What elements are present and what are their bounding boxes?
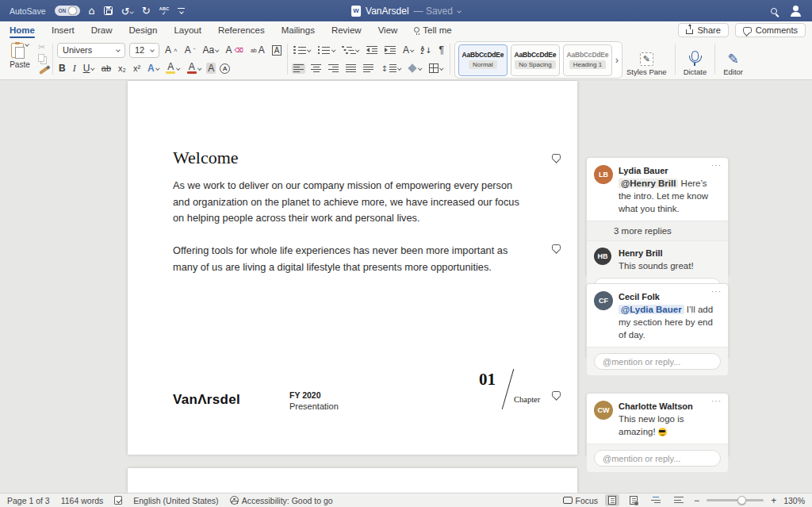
align-left-button[interactable] [292,63,305,74]
enclose-character-button[interactable]: A [220,63,230,74]
shrink-font-button[interactable]: Aˇ [183,44,197,56]
document-paragraph[interactable]: Offering tools for whole life experience… [173,243,527,275]
comment-anchor-icon[interactable] [552,391,561,398]
share-button[interactable]: Share [678,23,728,37]
save-icon[interactable] [104,6,113,15]
document-page-2[interactable] [128,468,577,493]
asian-layout-button[interactable]: A [401,44,416,56]
tab-review[interactable]: Review [331,21,362,38]
document-title-menu[interactable]: W VanArsdel — Saved [351,0,461,21]
distribute-button[interactable] [362,63,375,74]
card-menu-icon[interactable]: ··· [711,397,722,405]
character-shading-button[interactable]: A [206,63,216,74]
clear-formatting-button[interactable]: A⌫ [224,44,245,56]
font-name-combo[interactable]: Univers [57,43,125,58]
home-icon[interactable]: ⌂ [89,6,95,16]
more-replies[interactable]: 3 more replies [587,221,728,241]
tell-me[interactable]: Tell me [414,25,451,35]
focus-mode-button[interactable]: Focus [563,496,599,505]
format-painter-icon[interactable] [39,67,48,75]
style-heading-1[interactable]: AaBbCcDdEe Heading 1 [563,44,612,76]
editor-button[interactable]: ✎ Editor [719,41,747,77]
style-normal[interactable]: AaBbCcDdEe Normal [458,44,508,76]
document-page-1[interactable]: Welcome As we work to deliver on our com… [128,81,577,455]
comments-button[interactable]: Comments [735,23,806,37]
web-layout-view-button[interactable] [626,494,641,506]
comment-anchor-icon[interactable] [552,154,561,160]
tab-references[interactable]: References [218,21,265,38]
document-heading[interactable]: Welcome [173,148,239,168]
font-color-button[interactable]: A [186,62,203,75]
tab-layout[interactable]: Layout [174,21,201,38]
paste-button[interactable]: Paste [5,41,35,69]
italic-button[interactable]: I [71,62,78,75]
print-layout-view-button[interactable] [605,494,619,506]
autosave-toggle[interactable]: ON [55,6,80,16]
align-right-button[interactable] [327,63,340,74]
cut-icon[interactable]: ✂ [38,43,48,52]
style-no-spacing[interactable]: AaBbCcDdEe No Spacing [511,44,560,76]
zoom-slider[interactable] [707,499,764,501]
borders-button[interactable] [427,63,445,74]
multilevel-list-button[interactable] [340,45,361,56]
tab-insert[interactable]: Insert [52,21,75,38]
dictate-button[interactable]: Dictate [680,41,711,77]
redo-icon[interactable]: ↻ [142,6,151,16]
card-menu-icon[interactable]: ··· [711,161,722,170]
word-count[interactable]: 1164 words [61,496,104,505]
increase-indent-button[interactable] [383,45,397,56]
change-case-button[interactable]: Aa [201,44,220,56]
tab-view[interactable]: View [378,21,398,38]
toolbar-overflow-icon[interactable] [178,8,185,13]
tab-design[interactable]: Design [129,21,158,38]
tab-draw[interactable]: Draw [91,21,113,38]
draft-view-button[interactable] [671,495,687,505]
comment-card[interactable]: LB ··· Lydia Bauer @Henry Brill Here’s t… [586,157,729,276]
show-marks-button[interactable]: ¶ [437,44,445,56]
undo-button[interactable]: ↺ [121,4,133,18]
align-center-button[interactable] [309,63,323,74]
account-icon[interactable] [791,6,801,17]
underline-button[interactable]: U [82,62,96,75]
proofing-status-icon[interactable] [114,496,122,505]
styles-pane-button[interactable]: ✎ Styles Pane [622,41,671,77]
comment-card[interactable]: CF ··· Cecil Folk @Lydia Bauer I’ll add … [586,283,729,358]
reply-input[interactable] [594,353,721,370]
outline-view-button[interactable] [648,495,664,505]
copy-icon[interactable] [38,54,44,62]
language-selector[interactable]: English (United States) [133,496,218,505]
comment-anchor-icon[interactable] [552,244,561,251]
font-size-combo[interactable]: 12 [129,43,159,58]
bold-button[interactable]: B [57,62,67,75]
shading-button[interactable] [406,64,423,72]
phonetic-guide-button[interactable]: abA [249,44,266,56]
sort-button[interactable]: AZ↓ [419,45,433,56]
superscript-button[interactable]: x² [132,63,142,74]
line-spacing-button[interactable]: ↕ [379,63,402,74]
zoom-slider-knob[interactable] [737,496,746,505]
reply-input[interactable] [594,450,721,467]
zoom-out-button[interactable]: − [694,495,699,506]
spelling-check-icon[interactable]: ABC ✓ [159,6,170,16]
justify-button[interactable] [344,63,358,74]
card-menu-icon[interactable]: ··· [711,287,722,296]
tab-home[interactable]: Home [10,21,35,38]
document-paragraph[interactable]: As we work to deliver on our company mis… [173,178,527,227]
subscript-button[interactable]: x₂ [117,63,128,74]
zoom-level[interactable]: 130% [783,496,805,505]
strikethrough-button[interactable]: ab [100,63,113,74]
page-count[interactable]: Page 1 of 3 [7,496,50,505]
numbering-button[interactable] [316,45,337,56]
accessibility-status[interactable]: Accessibility: Good to go [230,496,333,505]
mention-link[interactable]: @Henry Brill [619,179,678,188]
gallery-more-icon[interactable]: › [615,55,619,66]
grow-font-button[interactable]: A˄ [163,44,179,56]
search-icon[interactable] [771,8,777,14]
decrease-indent-button[interactable] [365,45,379,56]
bullets-button[interactable] [292,45,312,56]
highlight-button[interactable]: A [164,62,182,75]
text-effects-button[interactable]: A [146,62,160,75]
comment-card[interactable]: CW ··· Charlotte Waltson This new logo i… [586,393,729,456]
mention-link[interactable]: @Lydia Bauer [619,305,684,314]
character-border-button[interactable]: A [270,44,284,56]
